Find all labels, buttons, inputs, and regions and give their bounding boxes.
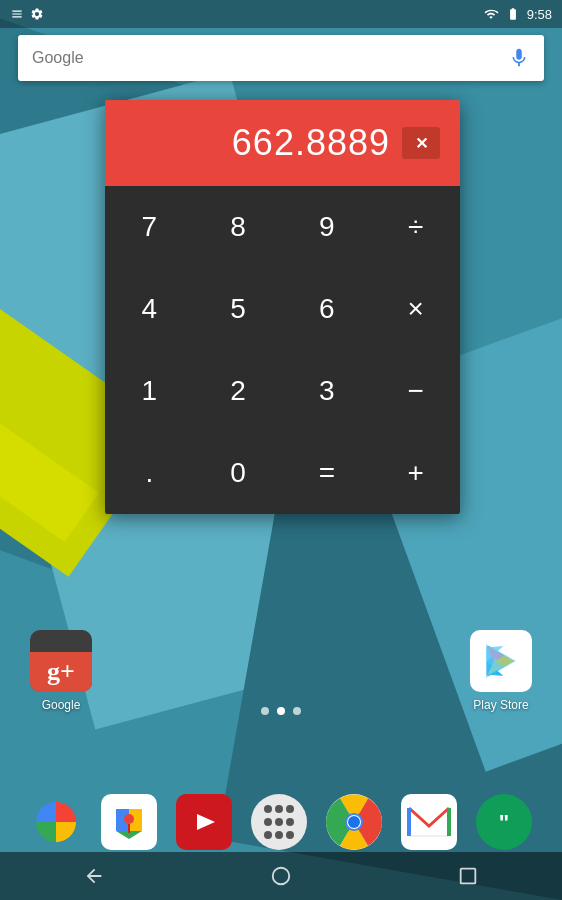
calculator-keypad: 7 8 9 ÷ 4 5 6 × 1 2 3 − . 0 = + [105, 186, 460, 514]
hangouts-icon-img: " [476, 794, 532, 850]
search-placeholder: Google [32, 49, 508, 67]
calculator-value: 662.8889 [135, 122, 390, 164]
mic-icon[interactable] [508, 47, 530, 69]
calc-btn-minus[interactable]: − [371, 350, 460, 432]
back-icon [83, 865, 105, 887]
calc-btn-5[interactable]: 5 [194, 268, 283, 350]
youtube-icon-img [176, 794, 232, 850]
status-bar: 9:58 [0, 0, 562, 28]
svg-marker-0 [486, 644, 516, 678]
dock-item-launcher[interactable] [251, 794, 307, 850]
calc-row-2: 4 5 6 × [105, 268, 460, 350]
chrome-icon [326, 794, 382, 850]
calc-row-3: 1 2 3 − [105, 350, 460, 432]
calc-btn-9[interactable]: 9 [283, 186, 372, 268]
recents-button[interactable] [437, 857, 499, 895]
calc-btn-dot[interactable]: . [105, 432, 194, 514]
calc-btn-plus[interactable]: + [371, 432, 460, 514]
calc-btn-2[interactable]: 2 [194, 350, 283, 432]
dock-item-maps[interactable] [101, 794, 157, 850]
svg-marker-3 [197, 814, 215, 830]
playstore-icon-img [470, 630, 532, 692]
calc-btn-0[interactable]: 0 [194, 432, 283, 514]
calc-btn-multiply[interactable]: × [371, 268, 460, 350]
svg-point-2 [124, 814, 134, 824]
delete-x-icon: ✕ [415, 134, 428, 153]
playstore-icon-label: Play Store [473, 698, 528, 712]
calc-btn-4[interactable]: 4 [105, 268, 194, 350]
recents-icon [457, 865, 479, 887]
dock-item-youtube[interactable] [176, 794, 232, 850]
calc-row-1: 7 8 9 ÷ [105, 186, 460, 268]
back-button[interactable] [63, 857, 125, 895]
youtube-svg [187, 810, 221, 834]
svg-text:": " [499, 810, 509, 835]
calc-btn-7[interactable]: 7 [105, 186, 194, 268]
calculator-display: 662.8889 ✕ [105, 100, 460, 186]
app-dock: " [0, 794, 562, 850]
svg-point-8 [348, 816, 360, 828]
search-bar[interactable]: Google [18, 35, 544, 81]
home-icon [270, 865, 292, 887]
dock-item-chrome[interactable] [326, 794, 382, 850]
calc-row-4: . 0 = + [105, 432, 460, 514]
navigation-bar [0, 852, 562, 900]
launcher-icon-img [251, 794, 307, 850]
gmail-icon-img [401, 794, 457, 850]
battery-icon [505, 7, 521, 21]
calc-btn-divide[interactable]: ÷ [371, 186, 460, 268]
calc-btn-6[interactable]: 6 [283, 268, 372, 350]
status-right-icons: 9:58 [483, 7, 552, 22]
svg-point-11 [273, 868, 290, 885]
home-button[interactable] [250, 857, 312, 895]
calc-btn-8[interactable]: 8 [194, 186, 283, 268]
desktop-icon-google[interactable]: g+ Google [30, 630, 92, 712]
calc-btn-1[interactable]: 1 [105, 350, 194, 432]
google-icon-label: Google [42, 698, 81, 712]
calculator-widget: 662.8889 ✕ 7 8 9 ÷ 4 5 6 × 1 2 3 − . 0 [105, 100, 460, 514]
status-left-icons [10, 7, 44, 21]
settings-status-icon [30, 7, 44, 21]
notification-icon [10, 7, 24, 21]
desktop-icons: g+ Google Play Store [0, 630, 562, 712]
calc-btn-equals[interactable]: = [283, 432, 372, 514]
gmail-svg [405, 804, 453, 840]
playstore-svg [481, 641, 521, 681]
maps-icon-img [101, 794, 157, 850]
dock-item-photos[interactable] [30, 796, 82, 848]
status-time: 9:58 [527, 7, 552, 22]
dock-item-hangouts[interactable]: " [476, 794, 532, 850]
dock-item-gmail[interactable] [401, 794, 457, 850]
hangouts-svg: " [486, 804, 522, 840]
photos-icon [30, 796, 82, 848]
maps-svg [108, 801, 150, 843]
calc-btn-3[interactable]: 3 [283, 350, 372, 432]
calculator-delete-button[interactable]: ✕ [402, 127, 440, 159]
gplus-label: g+ [47, 657, 75, 687]
svg-rect-12 [461, 869, 476, 884]
wifi-icon [483, 7, 499, 21]
desktop-icon-playstore[interactable]: Play Store [470, 630, 532, 712]
